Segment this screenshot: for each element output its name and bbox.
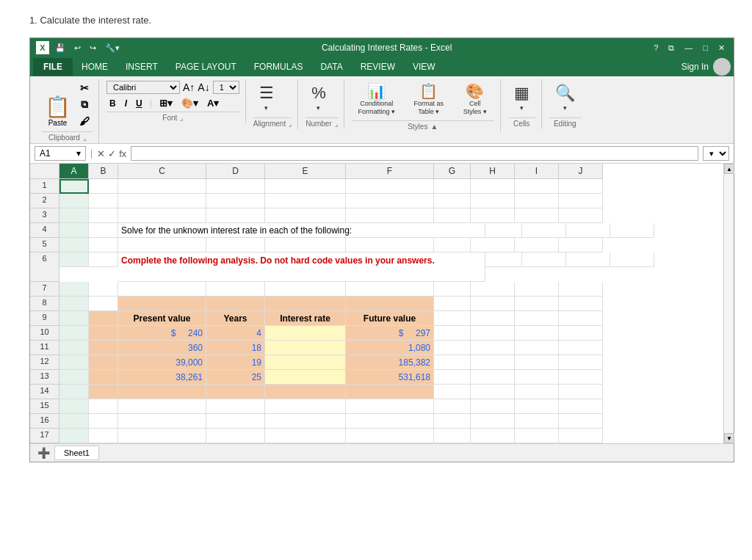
cell-h5[interactable]: [471, 238, 515, 252]
cell-g6[interactable]: [485, 252, 522, 267]
cell-f3[interactable]: [346, 208, 434, 223]
cell-h1[interactable]: [471, 179, 515, 194]
cell-c1[interactable]: [118, 179, 206, 194]
menu-formulas[interactable]: FORMULAS: [245, 57, 312, 76]
cell-c11[interactable]: 360: [118, 341, 206, 355]
editing-button[interactable]: 🔍 ▾: [549, 81, 581, 114]
cell-g4[interactable]: [485, 223, 522, 238]
scroll-track[interactable]: [724, 174, 734, 433]
cell-h6[interactable]: [522, 252, 566, 267]
cell-i3[interactable]: [515, 208, 559, 223]
cell-g9[interactable]: [434, 311, 471, 326]
col-header-g[interactable]: G: [434, 164, 471, 179]
confirm-formula-button[interactable]: ✓: [108, 148, 116, 159]
cell-f5[interactable]: [346, 238, 434, 252]
cell-e17[interactable]: [265, 429, 346, 443]
cell-a9[interactable]: [59, 311, 89, 326]
cell-e16[interactable]: [265, 414, 346, 429]
cell-c15[interactable]: [118, 399, 206, 414]
cell-j2[interactable]: [559, 194, 603, 208]
cell-i14[interactable]: [515, 385, 559, 399]
customize-button[interactable]: 🔧▾: [102, 42, 123, 54]
cell-c2[interactable]: [118, 194, 206, 208]
italic-button[interactable]: I: [122, 97, 130, 110]
cell-d5[interactable]: [206, 238, 265, 252]
cell-b9[interactable]: [89, 311, 118, 326]
cell-i7[interactable]: [515, 282, 559, 297]
cell-f10[interactable]: $ 297: [346, 326, 434, 341]
undo-button[interactable]: ↩: [71, 42, 84, 54]
cell-d12[interactable]: 19: [206, 355, 265, 370]
copy-button[interactable]: ⧉: [76, 97, 93, 112]
cell-i10[interactable]: [515, 326, 559, 341]
cell-a3[interactable]: [59, 208, 89, 223]
menu-page-layout[interactable]: PAGE LAYOUT: [167, 57, 245, 76]
grow-icon[interactable]: A↑: [183, 81, 195, 93]
cell-j12[interactable]: [559, 355, 603, 370]
menu-insert[interactable]: INSERT: [117, 57, 167, 76]
cell-j4[interactable]: [610, 223, 654, 238]
cell-e8[interactable]: [265, 297, 346, 311]
cell-d16[interactable]: [206, 414, 265, 429]
cell-c4[interactable]: Solve for the unknown interest rate in e…: [118, 223, 485, 238]
formula-dropdown[interactable]: ▾: [703, 146, 729, 161]
cell-f7[interactable]: [346, 282, 434, 297]
number-expand-icon[interactable]: ⌟: [335, 120, 338, 128]
underline-button[interactable]: U: [133, 97, 145, 110]
cell-a11[interactable]: [59, 341, 89, 355]
cell-g10[interactable]: [434, 326, 471, 341]
cell-g8[interactable]: [434, 297, 471, 311]
cell-c17[interactable]: [118, 429, 206, 443]
scroll-down-button[interactable]: ▼: [724, 433, 734, 443]
conditional-formatting-button[interactable]: 📊 ConditionalFormatting ▾: [352, 81, 402, 117]
cell-h13[interactable]: [471, 370, 515, 385]
cell-d14[interactable]: [206, 385, 265, 399]
cell-b2[interactable]: [89, 194, 118, 208]
cell-b16[interactable]: [89, 414, 118, 429]
col-header-d[interactable]: D: [206, 164, 265, 179]
name-box-dropdown[interactable]: ▾: [76, 148, 81, 159]
cell-a4[interactable]: [59, 223, 89, 238]
cell-c16[interactable]: [118, 414, 206, 429]
cell-i17[interactable]: [515, 429, 559, 443]
cell-g7[interactable]: [434, 282, 471, 297]
cell-e10[interactable]: [265, 326, 346, 341]
cell-a15[interactable]: [59, 399, 89, 414]
format-as-table-button[interactable]: 📋 Format asTable ▾: [406, 81, 452, 117]
cell-e13[interactable]: [265, 370, 346, 385]
cell-i13[interactable]: [515, 370, 559, 385]
cell-a14[interactable]: [59, 385, 89, 399]
cell-c9[interactable]: Present value: [118, 311, 206, 326]
fill-color-button[interactable]: 🎨▾: [178, 96, 201, 110]
cell-a13[interactable]: [59, 370, 89, 385]
font-expand-icon[interactable]: ⌟: [180, 114, 183, 122]
insert-function-button[interactable]: fx: [119, 148, 126, 159]
cell-j3[interactable]: [559, 208, 603, 223]
cell-f1[interactable]: [346, 179, 434, 194]
cell-b15[interactable]: [89, 399, 118, 414]
format-painter-button[interactable]: 🖌: [76, 114, 93, 128]
cell-b17[interactable]: [89, 429, 118, 443]
cells-button[interactable]: ▦ ▾: [508, 81, 535, 114]
cell-b14[interactable]: [89, 385, 118, 399]
cell-b7[interactable]: [89, 282, 118, 297]
cell-i9[interactable]: [515, 311, 559, 326]
cell-h10[interactable]: [471, 326, 515, 341]
cell-a10[interactable]: [59, 326, 89, 341]
cell-h7[interactable]: [471, 282, 515, 297]
cell-j7[interactable]: [559, 282, 603, 297]
cell-b13[interactable]: [89, 370, 118, 385]
cell-d17[interactable]: [206, 429, 265, 443]
borders-button[interactable]: ⊞▾: [156, 96, 176, 110]
cell-g16[interactable]: [434, 414, 471, 429]
cell-a1[interactable]: [59, 179, 89, 194]
cell-g1[interactable]: [434, 179, 471, 194]
cell-e5[interactable]: [265, 238, 346, 252]
number-button[interactable]: % ▾: [306, 81, 332, 114]
cell-h12[interactable]: [471, 355, 515, 370]
cell-j1[interactable]: [559, 179, 603, 194]
styles-collapse-icon[interactable]: ▲: [430, 123, 438, 131]
maximize-button[interactable]: □: [700, 42, 711, 54]
cell-j11[interactable]: [559, 341, 603, 355]
cell-d15[interactable]: [206, 399, 265, 414]
